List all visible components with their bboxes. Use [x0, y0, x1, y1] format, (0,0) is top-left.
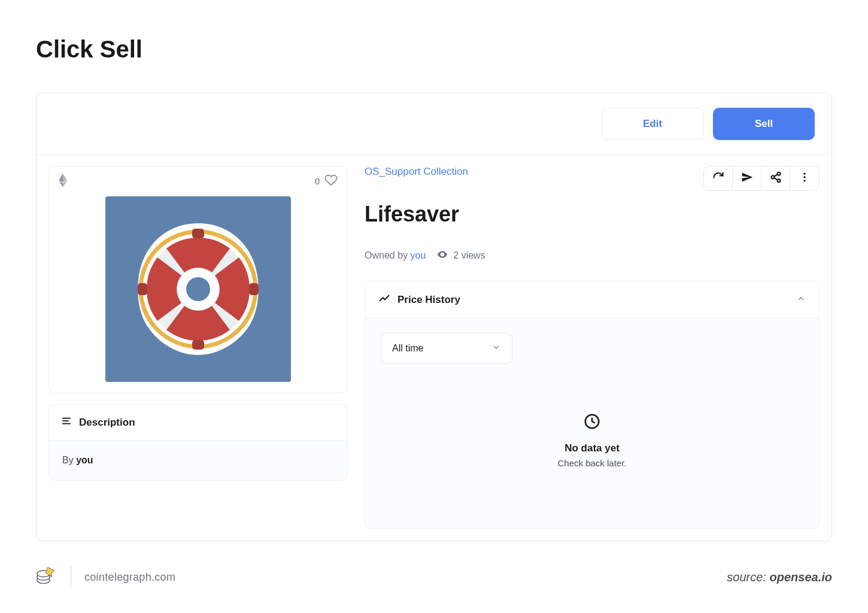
price-history-body: All time No data yet Check back later. — [365, 318, 819, 528]
clock-icon — [583, 412, 601, 433]
app-frame: Edit Sell 0 — [36, 93, 832, 541]
price-history-empty-state: No data yet Check back later. — [381, 370, 803, 510]
svg-point-17 — [803, 176, 805, 178]
timeframe-dropdown[interactable]: All time — [381, 333, 512, 364]
nft-title: Lifesaver — [365, 202, 820, 227]
edit-button[interactable]: Edit — [602, 108, 703, 140]
share-button[interactable] — [761, 166, 790, 190]
by-author: you — [76, 455, 93, 465]
nft-image[interactable] — [105, 196, 291, 382]
footer-divider — [71, 566, 71, 588]
svg-rect-9 — [62, 420, 69, 421]
content-area: 0 — [37, 155, 831, 541]
footer-brand-text: cointelegraph.com — [84, 571, 175, 584]
price-history-header[interactable]: Price History — [365, 281, 819, 318]
price-history-title: Price History — [397, 294, 460, 306]
chevron-down-icon — [491, 342, 501, 354]
price-history-card: Price History All time — [365, 281, 820, 529]
description-title: Description — [79, 417, 135, 429]
svg-rect-5 — [192, 340, 204, 350]
footer-left: cointelegraph.com — [36, 565, 175, 589]
svg-point-16 — [803, 173, 805, 175]
svg-rect-6 — [138, 283, 147, 295]
page-heading: Click Sell — [36, 36, 832, 63]
more-button[interactable] — [790, 166, 819, 190]
description-header[interactable]: Description — [49, 405, 347, 441]
collection-link[interactable]: OS_Support Collection — [365, 166, 468, 178]
trend-icon — [378, 292, 390, 307]
svg-point-11 — [777, 172, 780, 175]
right-column: OS_Support Collection — [365, 166, 820, 529]
owner-row: Owned by you 2 views — [365, 248, 820, 263]
owner-link[interactable]: you — [410, 250, 426, 260]
top-toolbar: Edit Sell — [37, 93, 831, 155]
svg-rect-4 — [192, 229, 204, 238]
heart-icon — [324, 174, 338, 189]
transfer-button[interactable] — [733, 166, 761, 190]
svg-rect-10 — [62, 423, 71, 424]
list-icon — [61, 415, 72, 429]
refresh-button[interactable] — [704, 166, 733, 190]
favorites-group[interactable]: 0 — [315, 174, 338, 189]
left-column: 0 — [48, 166, 348, 529]
sell-button[interactable]: Sell — [713, 108, 815, 140]
empty-subtitle: Check back later. — [557, 458, 626, 468]
nft-media-card: 0 — [48, 166, 348, 393]
views-group: 2 views — [436, 248, 485, 263]
svg-point-3 — [186, 277, 210, 301]
media-body — [49, 196, 347, 393]
source-prefix: source: — [727, 570, 769, 584]
svg-rect-8 — [62, 418, 71, 419]
media-card-header: 0 — [49, 166, 347, 196]
refresh-icon — [712, 171, 724, 186]
svg-line-14 — [774, 174, 778, 176]
right-column-header: OS_Support Collection — [365, 166, 820, 191]
svg-point-13 — [777, 179, 780, 182]
cointelegraph-logo-icon — [36, 565, 57, 589]
description-card: Description By you — [48, 404, 348, 481]
owned-by-text: Owned by you — [365, 250, 426, 261]
svg-point-12 — [771, 176, 774, 179]
send-icon — [741, 171, 753, 186]
svg-point-18 — [803, 180, 805, 181]
kebab-icon — [799, 171, 811, 186]
by-prefix: By — [62, 455, 76, 465]
svg-rect-7 — [249, 283, 259, 295]
favorites-count: 0 — [315, 177, 320, 186]
action-icon-bar — [703, 166, 820, 191]
footer-source: source: opensea.io — [727, 570, 832, 584]
source-value: opensea.io — [770, 570, 832, 584]
page-footer: cointelegraph.com source: opensea.io — [36, 565, 832, 589]
share-icon — [770, 171, 782, 186]
empty-title: No data yet — [564, 442, 620, 454]
svg-point-19 — [442, 253, 444, 255]
ethereum-icon — [59, 174, 67, 189]
dropdown-selected-label: All time — [392, 343, 423, 354]
eye-icon — [436, 248, 448, 263]
chevron-up-icon — [796, 294, 806, 306]
description-body: By you — [49, 441, 347, 480]
svg-line-15 — [774, 178, 778, 180]
views-count: 2 views — [453, 250, 485, 261]
